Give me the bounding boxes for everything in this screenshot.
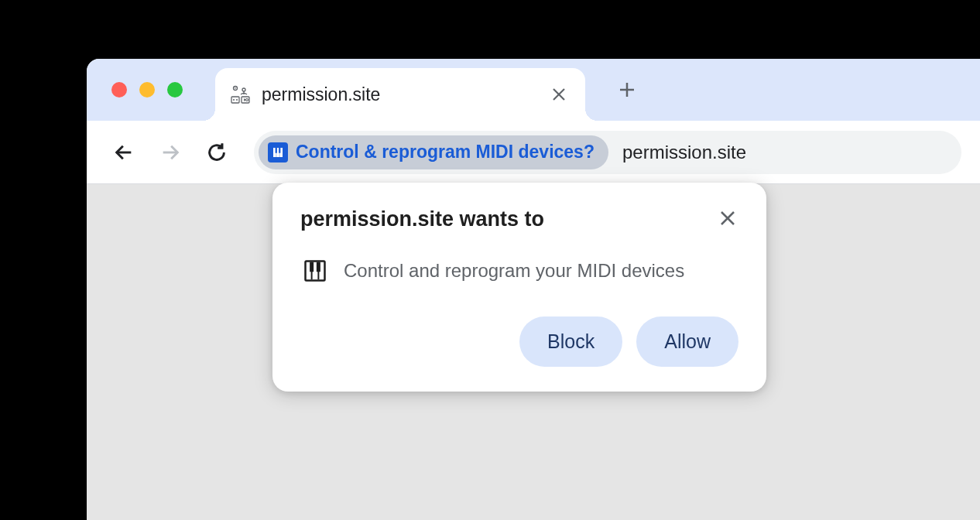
allow-button[interactable]: Allow xyxy=(636,316,738,367)
svg-rect-19 xyxy=(276,148,277,153)
svg-point-2 xyxy=(242,88,245,91)
svg-rect-20 xyxy=(279,148,280,153)
minimize-window-button[interactable] xyxy=(139,82,155,98)
svg-point-1 xyxy=(235,87,236,89)
close-window-button[interactable] xyxy=(111,82,127,98)
url-text: permission.site xyxy=(622,142,746,163)
popup-header: permission.site wants to xyxy=(300,207,738,231)
browser-tab[interactable]: permission.site xyxy=(215,68,585,121)
address-bar[interactable]: Control & reprogram MIDI devices? permis… xyxy=(254,131,961,174)
back-button[interactable] xyxy=(105,134,142,171)
popup-title: permission.site wants to xyxy=(300,207,544,231)
forward-button[interactable] xyxy=(152,134,189,171)
svg-point-5 xyxy=(233,99,235,101)
tab-close-button[interactable] xyxy=(550,85,568,104)
svg-rect-23 xyxy=(306,262,325,281)
svg-rect-26 xyxy=(310,262,314,272)
toolbar: Control & reprogram MIDI devices? permis… xyxy=(87,121,980,184)
permission-chip-text: Control & reprogram MIDI devices? xyxy=(296,142,595,162)
svg-rect-4 xyxy=(231,97,239,103)
midi-icon xyxy=(268,142,288,162)
reload-button[interactable] xyxy=(198,134,235,171)
block-button[interactable]: Block xyxy=(519,316,622,367)
tab-strip: permission.site xyxy=(87,59,980,121)
permission-description: Control and reprogram your MIDI devices xyxy=(344,260,684,282)
svg-rect-27 xyxy=(317,262,320,272)
maximize-window-button[interactable] xyxy=(167,82,183,98)
popup-actions: Block Allow xyxy=(300,316,738,367)
svg-point-6 xyxy=(236,99,238,101)
tab-favicon-icon xyxy=(229,84,251,105)
browser-window: permission.site xyxy=(87,59,980,520)
svg-point-8 xyxy=(246,99,248,101)
permission-chip[interactable]: Control & reprogram MIDI devices? xyxy=(259,135,608,169)
midi-icon xyxy=(303,259,327,282)
window-controls xyxy=(111,82,183,98)
popup-close-button[interactable] xyxy=(717,207,738,229)
permission-item: Control and reprogram your MIDI devices xyxy=(300,259,738,282)
tab-title: permission.site xyxy=(262,84,550,105)
content-area: permission.site wants to xyxy=(87,184,980,520)
new-tab-button[interactable] xyxy=(608,71,646,108)
permission-popup: permission.site wants to xyxy=(272,183,766,392)
